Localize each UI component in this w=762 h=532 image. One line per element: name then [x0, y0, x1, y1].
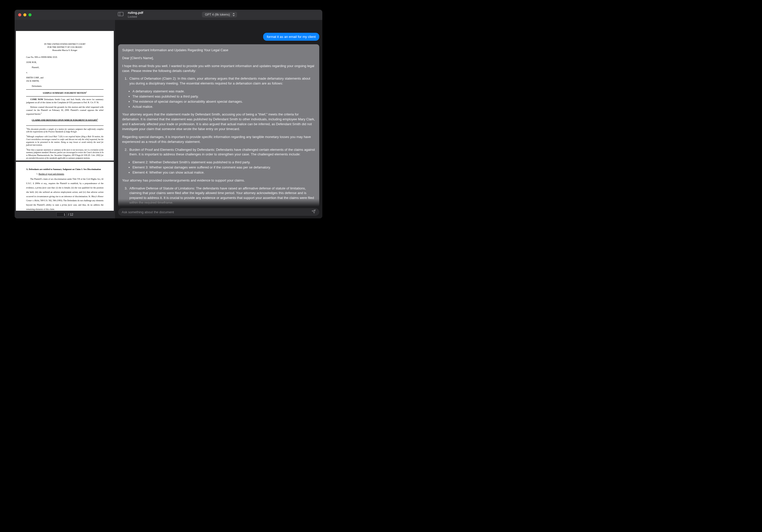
- document-title-area: ruling.pdf Locked: [128, 11, 143, 19]
- footnote-2: 2Although compliance with Local Rule 7.1…: [26, 135, 104, 147]
- chat-input[interactable]: [122, 210, 312, 214]
- user-message-row: format it as an email for my client: [118, 33, 319, 41]
- email-paragraph: Your attorney argues that the statement …: [122, 112, 315, 131]
- list-item: A defamatory statement was made.: [132, 89, 315, 94]
- list-item: The statement was published to a third p…: [132, 94, 315, 99]
- court-line-2: FOR THE DISTRICT OF COLORADO: [26, 46, 104, 49]
- pdf-page-1: IN THE UNITED STATES DISTRICT COURT FOR …: [16, 31, 114, 161]
- judge-line: Honorable Marcia S. Krieger: [26, 49, 104, 52]
- divider: [26, 96, 104, 97]
- pdf-viewport[interactable]: IN THE UNITED STATES DISTRICT COURT FOR …: [15, 30, 115, 211]
- main-body: IN THE UNITED STATES DISTRICT COURT FOR …: [15, 20, 322, 218]
- chevron-up-down-icon: [232, 13, 235, 16]
- email-intro: I hope this email finds you well. I want…: [122, 64, 315, 74]
- footnote-1: 1This document provides a sample of a mo…: [26, 127, 104, 133]
- defendants-role: Defendants.: [32, 85, 104, 88]
- list-item: The existence of special damages or acti…: [132, 99, 315, 104]
- page-total-label: / 12: [68, 213, 73, 216]
- email-bullet-list: A defamatory statement was made. The sta…: [132, 89, 315, 109]
- email-ordered-list: Affirmative Defense of Statute of Limita…: [128, 186, 315, 205]
- email-paragraph: Your attorney has provided counterargume…: [122, 178, 315, 183]
- list-item: Claims of Defamation (Claim 2): In this …: [128, 76, 315, 86]
- pdf-paragraph: COME NOW Defendants Smith Corp. and Jack…: [26, 98, 104, 104]
- list-item: Burden of Proof and Elements Challenged …: [128, 148, 315, 157]
- email-ordered-list: Burden of Proof and Elements Challenged …: [128, 148, 315, 157]
- list-item: Actual malice.: [132, 104, 315, 109]
- pdf-paragraph: Defense counsel discussed the grounds fo…: [26, 106, 104, 115]
- list-item: Affirmative Defense of Statute of Limita…: [128, 186, 315, 205]
- page-number-input[interactable]: [56, 212, 67, 217]
- motion-title: SAMPLE SUMMARY JUDGMENT MOTION1: [26, 91, 104, 95]
- chat-input-row: [115, 207, 322, 218]
- pdf-page-2: A. Defendants are entitled to Summary Ju…: [16, 162, 114, 211]
- traffic-lights: [18, 13, 32, 16]
- versus: v.: [26, 71, 104, 74]
- sidebar-toggle-button[interactable]: [118, 12, 123, 17]
- pdf-paragraph: The Plaintiff's claim of sex discriminat…: [26, 177, 104, 211]
- email-paragraph: Regarding special damages, it is importa…: [122, 135, 315, 144]
- chat-panel: format it as an email for my client Subj…: [115, 20, 322, 218]
- chat-input-container: [118, 208, 319, 216]
- close-window-button[interactable]: [18, 13, 21, 16]
- sidebar-icon: [118, 13, 123, 17]
- court-line-1: IN THE UNITED STATES DISTRICT COURT: [26, 43, 104, 46]
- list-item: Element 3: Whether special damages were …: [132, 165, 315, 170]
- svg-rect-0: [118, 12, 123, 16]
- email-greeting: Dear [Client's Name],: [122, 56, 315, 61]
- document-title: ruling.pdf: [128, 11, 143, 15]
- pdf-page-indicator: / 12: [15, 211, 115, 218]
- app-window: ruling.pdf Locked GPT 4 (8k tokens) IN T…: [15, 10, 322, 218]
- model-selector[interactable]: GPT 4 (8k tokens): [202, 12, 237, 17]
- defendant-1: SMITH CORP., and: [26, 76, 104, 79]
- claims-title: CLAIMS AND DEFENSES UPON WHICH JUDGMENT …: [26, 118, 104, 122]
- footnote-3: 3Note that a separate statement or summa…: [26, 148, 104, 160]
- titlebar: [15, 10, 322, 20]
- email-subject: Subject: Important Information and Updat…: [122, 48, 315, 53]
- model-label: GPT 4 (8k tokens): [205, 13, 230, 16]
- defendant-2: JACK SMITH,: [26, 80, 104, 83]
- user-message-bubble: format it as an email for my client: [263, 33, 319, 41]
- chat-scroll-area[interactable]: format it as an email for my client Subj…: [115, 30, 322, 207]
- maximize-window-button[interactable]: [29, 13, 32, 16]
- list-item: Element 4: Whether you can show actual m…: [132, 170, 315, 175]
- plaintiff-role: Plaintiff,: [32, 66, 104, 69]
- section-a-heading: A. Defendants are entitled to Summary Ju…: [26, 168, 104, 171]
- assistant-message-bubble: Subject: Important Information and Updat…: [118, 44, 319, 207]
- case-number: Case No. 999-cv-99999-MSK-XXX: [26, 56, 104, 59]
- plaintiff-name: JANE ROE,: [26, 61, 104, 64]
- send-icon[interactable]: [312, 209, 316, 215]
- divider: [26, 89, 104, 90]
- list-item: Element 2: Whether Defendant Smith's sta…: [132, 160, 315, 165]
- subsection-1: 1. Burden of proof and elements: [37, 172, 104, 176]
- email-ordered-list: Claims of Defamation (Claim 2): In this …: [128, 76, 315, 86]
- minimize-window-button[interactable]: [23, 13, 27, 16]
- document-status: Locked: [128, 15, 143, 19]
- footnote-divider: [26, 125, 104, 126]
- email-bullet-list: Element 2: Whether Defendant Smith's sta…: [132, 160, 315, 175]
- pdf-panel: IN THE UNITED STATES DISTRICT COURT FOR …: [15, 20, 115, 218]
